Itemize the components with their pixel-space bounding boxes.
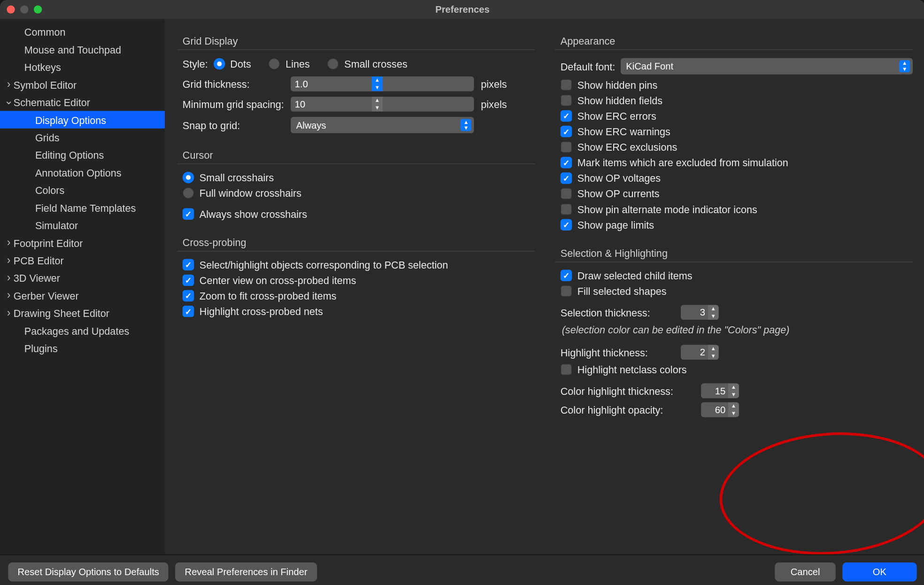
sidebar-item-3d-viewer[interactable]: 3D Viewer xyxy=(0,269,165,286)
sidebar-item-grids[interactable]: Grids xyxy=(0,129,165,146)
color-highlight-opacity-input[interactable] xyxy=(701,402,728,417)
close-icon[interactable] xyxy=(7,6,15,14)
sidebar-item-pcb-editor[interactable]: PCB Editor xyxy=(0,252,165,269)
sidebar-item-drawing-sheet-editor[interactable]: Drawing Sheet Editor xyxy=(0,304,165,322)
radio-lines-label: Lines xyxy=(285,58,310,69)
check-probe-center[interactable] xyxy=(183,275,194,286)
zoom-icon[interactable] xyxy=(34,6,42,14)
check-fill-shapes-label: Fill selected shapes xyxy=(578,285,667,297)
reveal-finder-button[interactable]: Reveal Preferences in Finder xyxy=(175,562,316,581)
check-always-crosshairs[interactable] xyxy=(183,208,194,220)
radio-small-crosshairs[interactable] xyxy=(183,172,194,183)
check-probe-zoom[interactable] xyxy=(183,290,194,301)
selection-thickness-input[interactable] xyxy=(681,305,708,320)
snap-to-grid-label: Snap to grid: xyxy=(183,119,284,131)
ok-button[interactable]: OK xyxy=(842,562,916,581)
color-highlight-thickness-stepper[interactable]: ▲▼ xyxy=(701,383,739,398)
selection-color-note: (selection color can be edited in the "C… xyxy=(561,324,790,335)
sidebar-item-packages[interactable]: Packages and Updates xyxy=(0,322,165,339)
grid-style-row: Style: Dots Lines Small crosses xyxy=(177,55,535,72)
stepper-arrows-icon[interactable]: ▲▼ xyxy=(372,97,383,112)
check-hidden-fields[interactable] xyxy=(561,95,572,106)
snap-to-grid-select[interactable]: Always ▲▼ xyxy=(291,117,474,133)
check-erc-warnings[interactable] xyxy=(561,126,572,137)
min-grid-spacing-input[interactable] xyxy=(291,97,372,112)
stepper-arrows-icon[interactable]: ▲▼ xyxy=(728,402,739,417)
sidebar-item-footprint-editor[interactable]: Footprint Editor xyxy=(0,234,165,251)
check-probe-highlight-label: Highlight cross-probed nets xyxy=(200,306,323,317)
check-op-currents-label: Show OP currents xyxy=(578,188,660,199)
min-grid-spacing-stepper[interactable]: ▲▼ xyxy=(291,97,474,112)
sidebar-item-annotation-options[interactable]: Annotation Options xyxy=(0,163,165,181)
check-draw-child[interactable] xyxy=(561,270,572,281)
highlight-thickness-input[interactable] xyxy=(681,345,708,360)
check-highlight-netclass[interactable] xyxy=(561,364,572,375)
sidebar-item-colors[interactable]: Colors xyxy=(0,181,165,199)
snap-to-grid-value: Always xyxy=(296,120,326,131)
stepper-arrows-icon[interactable]: ▲▼ xyxy=(728,383,739,398)
default-font-select[interactable]: KiCad Font ▲▼ xyxy=(621,58,913,75)
grid-thickness-label: Grid thickness: xyxy=(183,78,284,89)
color-highlight-opacity-stepper[interactable]: ▲▼ xyxy=(701,402,739,417)
grid-thickness-stepper[interactable]: ▲▼ xyxy=(291,77,474,92)
window-title: Preferences xyxy=(0,4,924,15)
check-op-currents[interactable] xyxy=(561,188,572,199)
check-probe-select[interactable] xyxy=(183,259,194,270)
radio-lines[interactable] xyxy=(269,58,280,69)
check-probe-highlight[interactable] xyxy=(183,306,194,317)
check-erc-errors-label: Show ERC errors xyxy=(578,110,656,122)
check-mark-excluded[interactable] xyxy=(561,157,572,168)
selection-thickness-stepper[interactable]: ▲▼ xyxy=(681,305,719,320)
section-cursor: Cursor xyxy=(177,146,535,164)
sidebar-item-plugins[interactable]: Plugins xyxy=(0,339,165,357)
radio-dots[interactable] xyxy=(213,58,224,69)
check-fill-shapes[interactable] xyxy=(561,285,572,297)
cancel-button[interactable]: Cancel xyxy=(775,562,836,581)
check-erc-exclusions[interactable] xyxy=(561,141,572,153)
preferences-sidebar: Common Mouse and Touchpad Hotkeys Symbol… xyxy=(0,19,165,554)
sidebar-item-mouse[interactable]: Mouse and Touchpad xyxy=(0,40,165,58)
default-font-value: KiCad Font xyxy=(626,61,673,72)
section-appearance: Appearance xyxy=(555,31,913,50)
check-hidden-pins-label: Show hidden pins xyxy=(578,79,658,90)
check-pin-alt[interactable] xyxy=(561,203,572,215)
sidebar-item-simulator[interactable]: Simulator xyxy=(0,216,165,234)
stepper-arrows-icon[interactable]: ▲▼ xyxy=(372,77,383,92)
sidebar-item-symbol-editor[interactable]: Symbol Editor xyxy=(0,76,165,93)
color-highlight-opacity-label: Color highlight opacity: xyxy=(561,404,696,415)
check-erc-exclusions-label: Show ERC exclusions xyxy=(578,141,677,153)
stepper-arrows-icon[interactable]: ▲▼ xyxy=(708,305,719,320)
sidebar-item-hotkeys[interactable]: Hotkeys xyxy=(0,58,165,76)
reset-defaults-button[interactable]: Reset Display Options to Defaults xyxy=(8,562,169,581)
radio-small-crosses[interactable] xyxy=(327,58,339,69)
style-label: Style: xyxy=(183,58,208,69)
sidebar-item-common[interactable]: Common xyxy=(0,23,165,40)
grid-thickness-input[interactable] xyxy=(291,77,372,92)
check-erc-errors[interactable] xyxy=(561,110,572,122)
check-always-crosshairs-label: Always show crosshairs xyxy=(200,208,307,220)
radio-full-crosshairs[interactable] xyxy=(183,187,194,199)
color-highlight-thickness-input[interactable] xyxy=(701,383,728,398)
sidebar-item-display-options[interactable]: Display Options xyxy=(0,111,165,128)
selection-thickness-label: Selection thickness: xyxy=(561,307,676,318)
highlight-thickness-stepper[interactable]: ▲▼ xyxy=(681,345,719,360)
sidebar-item-editing-options[interactable]: Editing Options xyxy=(0,146,165,163)
check-hidden-fields-label: Show hidden fields xyxy=(578,95,662,106)
sidebar-item-gerber-viewer[interactable]: Gerber Viewer xyxy=(0,287,165,304)
check-page-limits-label: Show page limits xyxy=(578,219,654,231)
sidebar-item-field-templates[interactable]: Field Name Templates xyxy=(0,199,165,216)
preferences-window: Preferences Common Mouse and Touchpad Ho… xyxy=(0,0,924,585)
check-pin-alt-label: Show pin alternate mode indicator icons xyxy=(578,203,757,215)
check-page-limits[interactable] xyxy=(561,219,572,231)
check-erc-warnings-label: Show ERC warnings xyxy=(578,126,670,137)
check-hidden-pins[interactable] xyxy=(561,79,572,90)
check-op-voltages-label: Show OP voltages xyxy=(578,172,661,184)
check-op-voltages[interactable] xyxy=(561,172,572,184)
stepper-arrows-icon[interactable]: ▲▼ xyxy=(708,345,719,360)
check-draw-child-label: Draw selected child items xyxy=(578,270,693,281)
minimize-icon[interactable] xyxy=(20,6,28,14)
section-selection: Selection & Highlighting xyxy=(555,243,913,262)
sidebar-item-schematic-editor[interactable]: Schematic Editor xyxy=(0,93,165,111)
select-arrows-icon: ▲▼ xyxy=(461,119,471,131)
content-panel: Grid Display Style: Dots Lines Small cro… xyxy=(165,19,924,554)
